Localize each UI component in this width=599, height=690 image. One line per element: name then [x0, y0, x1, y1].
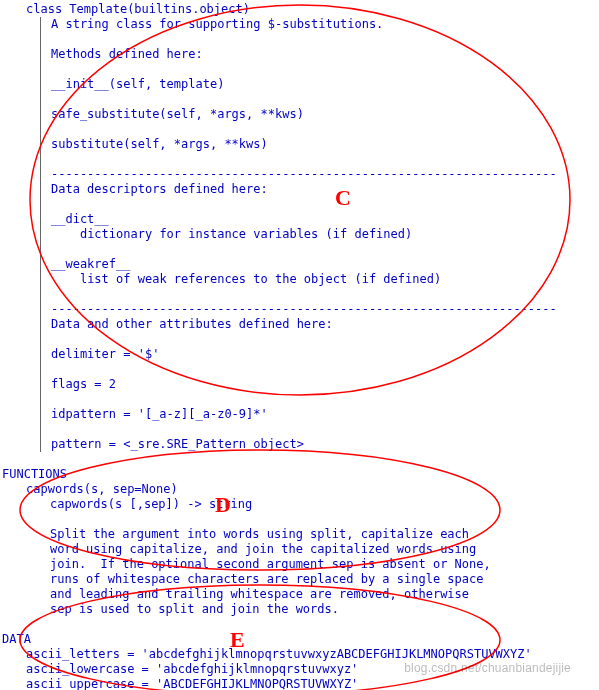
attr-flags: flags = 2: [51, 377, 599, 392]
capwords-doc-line: join. If the optional second argument se…: [50, 557, 599, 572]
data-descriptors-label: Data descriptors defined here:: [51, 182, 599, 197]
dict-expl: dictionary for instance variables (if de…: [51, 227, 599, 242]
capwords-doc-line: Split the argument into words using spli…: [50, 527, 599, 542]
help-text-output: class Template(builtins.object) A string…: [0, 0, 599, 690]
methods-label: Methods defined here:: [51, 47, 599, 62]
class-desc: A string class for supporting $-substitu…: [51, 17, 599, 32]
data-line: ascii_lowercase = 'abcdefghijklmnopqrstu…: [26, 662, 599, 677]
data-header: DATA: [2, 632, 599, 647]
dict-name: __dict__: [51, 212, 599, 227]
capwords-doc-line: sep is used to split and join the words.: [50, 602, 599, 617]
data-line: ascii_letters = 'abcdefghijklmnopqrstuvw…: [26, 647, 599, 662]
capwords-doc-line: runs of whitespace characters are replac…: [50, 572, 599, 587]
capwords-doc-line: and leading and trailing whitespace are …: [50, 587, 599, 602]
class-body-bar: A string class for supporting $-substitu…: [40, 17, 599, 452]
method-safe-substitute: safe_substitute(self, *args, **kws): [51, 107, 599, 122]
data-line: ascii_uppercase = 'ABCDEFGHIJKLMNOPQRSTU…: [26, 677, 599, 690]
method-substitute: substitute(self, *args, **kws): [51, 137, 599, 152]
capwords-doc-line: word using capitalize, and join the capi…: [50, 542, 599, 557]
capwords-sig: capwords(s, sep=None): [26, 482, 599, 497]
separator-1: ----------------------------------------…: [51, 167, 599, 182]
attr-idpattern: idpattern = '[_a-z][_a-z0-9]*': [51, 407, 599, 422]
attr-pattern: pattern = <_sre.SRE_Pattern object>: [51, 437, 599, 452]
other-attr-label: Data and other attributes defined here:: [51, 317, 599, 332]
functions-header: FUNCTIONS: [2, 467, 599, 482]
weakref-expl: list of weak references to the object (i…: [51, 272, 599, 287]
weakref-name: __weakref__: [51, 257, 599, 272]
capwords-sig2: capwords(s [,sep]) -> string: [50, 497, 599, 512]
separator-2: ----------------------------------------…: [51, 302, 599, 317]
attr-delimiter: delimiter = '$': [51, 347, 599, 362]
method-init: __init__(self, template): [51, 77, 599, 92]
class-header: class Template(builtins.object): [26, 2, 599, 17]
